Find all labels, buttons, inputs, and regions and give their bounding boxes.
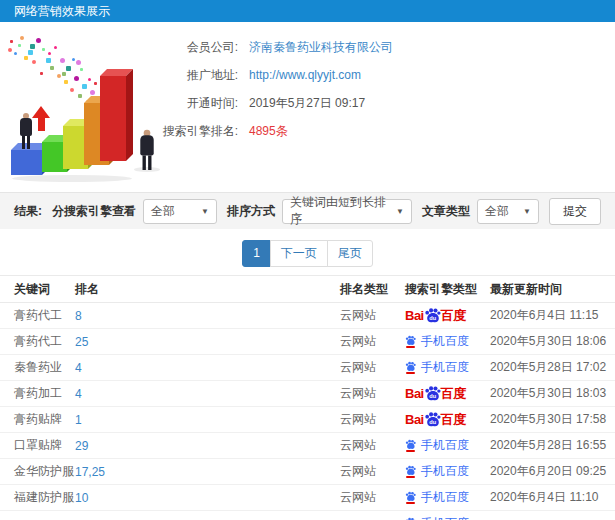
businessman-left [19, 113, 33, 149]
bars-shadow [12, 175, 132, 182]
page-button-current[interactable]: 1 [242, 240, 271, 267]
page-button[interactable]: 下一页 [270, 240, 328, 267]
mobile-baidu-badge: 手机百度 [405, 333, 469, 350]
header-rank: 排名 [75, 281, 340, 298]
table-row: 膏药代工8云网站Bai du百度2020年6月4日 11:15 [0, 303, 615, 329]
rank-type-cell: 云网站 [340, 411, 405, 428]
table-row: 福建防护服10云网站 手机百度2020年6月4日 11:10 [0, 485, 615, 511]
keyword-cell: 膏药代工 [0, 333, 75, 350]
open-time-label: 开通时间: [158, 95, 238, 112]
table-row: 秦鲁药业4云网站 手机百度2020年5月28日 17:02 [0, 355, 615, 381]
engine-cell: 手机百度 [405, 359, 490, 376]
engine-cell: 手机百度 [405, 437, 490, 454]
table-row: 膏药加工4云网站Bai du百度2020年5月30日 18:03 [0, 381, 615, 407]
baidu-logo: Bai du百度 [405, 385, 466, 402]
promo-url-link[interactable]: http://www.qlyyjt.com [249, 68, 361, 82]
engine-select-value: 全部 [151, 203, 175, 220]
rank-type-cell: 云网站 [340, 437, 405, 454]
rank-count-value: 4895条 [249, 123, 288, 140]
mobile-baidu-icon [405, 335, 416, 348]
promo-url-label: 推广地址: [158, 67, 238, 84]
rank-type-cell: 云网站 [340, 307, 405, 324]
table-row: 膏药贴牌1云网站Bai du百度2020年5月30日 17:58 [0, 407, 615, 433]
table-body: 膏药代工8云网站Bai du百度2020年6月4日 11:15膏药代工25云网站… [0, 303, 615, 520]
bar-blue [11, 150, 42, 175]
rank-table: 关键词 排名 排名类型 搜索引擎类型 最新更新时间 膏药代工8云网站Bai du… [0, 275, 615, 520]
rank-link[interactable]: 29 [75, 439, 340, 453]
member-info: 会员公司: 济南秦鲁药业科技有限公司 推广地址: http://www.qlyy… [158, 33, 608, 145]
header-keyword: 关键词 [0, 281, 75, 298]
rank-type-cell: 云网站 [340, 333, 405, 350]
engine-select[interactable]: 全部 ▼ [143, 199, 217, 224]
sort-select[interactable]: 关键词由短到长排序 ▼ [282, 199, 412, 224]
keyword-cell: 膏药代工 [0, 307, 75, 324]
baidu-paw-icon: du [424, 307, 441, 324]
submit-button[interactable]: 提交 [549, 198, 601, 225]
baidu-paw-icon [405, 465, 416, 476]
info-row-opened: 开通时间: 2019年5月27日 09:17 [158, 89, 608, 117]
mobile-baidu-icon [405, 361, 416, 374]
updated-cell: 2020年5月30日 18:06 [490, 333, 615, 350]
open-time-value: 2019年5月27日 09:17 [249, 95, 365, 112]
engine-cell: 手机百度 [405, 333, 490, 350]
baidu-paw-icon: du [424, 385, 441, 402]
keyword-cell: 口罩贴牌 [0, 437, 75, 454]
rank-link[interactable]: 4 [75, 361, 340, 375]
mobile-baidu-badge: 手机百度 [405, 515, 469, 520]
engine-cell: Bai du百度 [405, 385, 490, 402]
svg-text:du: du [429, 393, 436, 399]
keyword-cell: 福建防护服 [0, 489, 75, 506]
rank-type-cell: 云网站 [340, 463, 405, 480]
businessman-right [139, 130, 155, 170]
table-row: 手机百度 [0, 511, 615, 520]
mobile-baidu-icon [405, 491, 416, 504]
article-type-label: 文章类型 [422, 203, 470, 220]
baidu-paw-icon: du [424, 411, 441, 428]
table-row: 口罩贴牌29云网站 手机百度2020年5月28日 16:55 [0, 433, 615, 459]
growth-arrow-icon [32, 106, 50, 131]
keyword-cell: 膏药贴牌 [0, 411, 75, 428]
rank-link[interactable]: 1 [75, 413, 340, 427]
rank-link[interactable]: 17,25 [75, 465, 340, 479]
rank-link[interactable]: 10 [75, 491, 340, 505]
updated-cell: 2020年6月4日 11:10 [490, 489, 615, 506]
rank-type-cell: 云网站 [340, 489, 405, 506]
article-type-select-value: 全部 [485, 203, 509, 220]
company-label: 会员公司: [158, 39, 238, 56]
rank-link[interactable]: 25 [75, 335, 340, 349]
sort-label: 排序方式 [227, 203, 275, 220]
rank-link[interactable]: 4 [75, 387, 340, 401]
rank-link[interactable]: 8 [75, 309, 340, 323]
company-link[interactable]: 济南秦鲁药业科技有限公司 [249, 39, 393, 56]
chevron-down-icon: ▼ [523, 207, 531, 216]
updated-cell: 2020年6月20日 09:25 [490, 463, 615, 480]
baidu-logo: Bai du百度 [405, 411, 466, 428]
header-engine-type: 搜索引擎类型 [405, 281, 490, 298]
baidu-paw-icon [405, 335, 416, 346]
header-rank-type: 排名类型 [340, 281, 405, 298]
updated-cell: 2020年5月28日 16:55 [490, 437, 615, 454]
mobile-baidu-icon [405, 465, 416, 478]
page-button[interactable]: 尾页 [327, 240, 373, 267]
updated-cell: 2020年5月30日 17:58 [490, 411, 615, 428]
chevron-down-icon: ▼ [201, 207, 209, 216]
result-label: 结果: [14, 203, 42, 220]
table-row: 膏药代工25云网站 手机百度2020年5月30日 18:06 [0, 329, 615, 355]
keyword-cell: 秦鲁药业 [0, 359, 75, 376]
sort-select-value: 关键词由短到长排序 [290, 194, 390, 228]
keyword-cell: 金华防护服 [0, 463, 75, 480]
mobile-baidu-icon [405, 439, 416, 452]
growth-chart-illustration [2, 30, 174, 188]
table-header-row: 关键词 排名 排名类型 搜索引擎类型 最新更新时间 [0, 275, 615, 303]
engine-cell: 手机百度 [405, 515, 490, 520]
chevron-down-icon: ▼ [396, 207, 404, 216]
info-row-url: 推广地址: http://www.qlyyjt.com [158, 61, 608, 89]
engine-cell: Bai du百度 [405, 307, 490, 324]
filter-bar: 结果: 分搜索引擎查看 全部 ▼ 排序方式 关键词由短到长排序 ▼ 文章类型 全… [0, 192, 615, 229]
updated-cell: 2020年5月28日 17:02 [490, 359, 615, 376]
rank-type-cell: 云网站 [340, 385, 405, 402]
engine-filter-label: 分搜索引擎查看 [52, 203, 136, 220]
bar-red [100, 76, 126, 161]
pagination: 1下一页尾页 [0, 240, 615, 267]
article-type-select[interactable]: 全部 ▼ [477, 199, 539, 224]
